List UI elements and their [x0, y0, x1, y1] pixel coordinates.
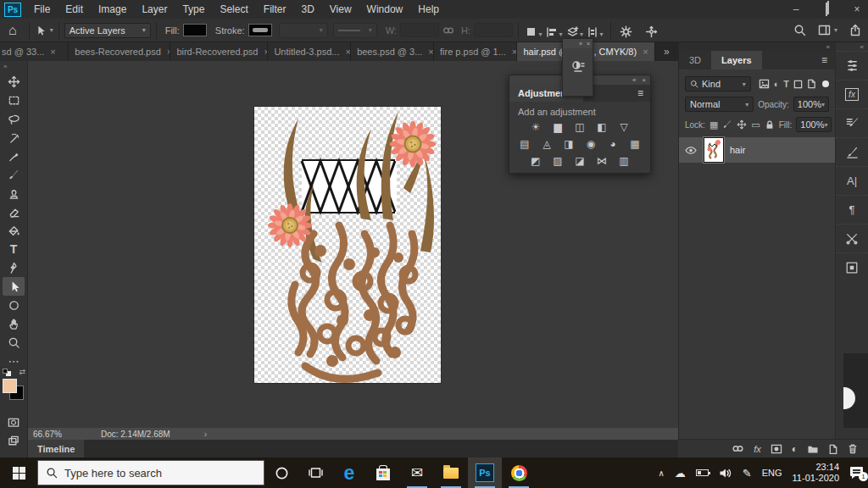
lock-image-pixels-icon[interactable] [722, 119, 732, 130]
close-icon[interactable]: × [50, 47, 55, 57]
3d-axis-icon[interactable] [642, 22, 662, 39]
gear-icon[interactable] [616, 22, 637, 39]
taskbar-search[interactable] [37, 460, 264, 485]
strip-collapse-icon[interactable]: « [860, 43, 864, 51]
filter-shape-icon[interactable] [793, 80, 803, 89]
layer-style-fx-icon[interactable]: fx [754, 444, 761, 454]
lock-artboard-icon[interactable]: ▭ [751, 119, 760, 130]
workspace-switcher-icon[interactable]: ▾ [818, 25, 837, 36]
brush-tool[interactable] [3, 165, 25, 184]
path-operations-icon[interactable]: ▾ [524, 22, 544, 39]
close-icon[interactable]: × [642, 76, 646, 84]
move-tool[interactable] [3, 72, 25, 91]
rectangular-marquee-tool[interactable] [3, 91, 25, 109]
new-adjustment-layer-icon[interactable]: ◐ [792, 443, 798, 455]
threshold-icon[interactable]: ◪ [574, 155, 587, 167]
tab-document-3[interactable]: bird-Recovered.psd× [170, 42, 268, 61]
filter-adjustment-icon[interactable]: ◐ [774, 79, 780, 89]
filter-type-icon[interactable]: T [783, 79, 789, 89]
layer-row[interactable]: hair [679, 137, 835, 163]
menu-file[interactable]: File [26, 0, 58, 19]
screen-mode-button[interactable] [3, 431, 25, 450]
zoom-tool[interactable] [3, 333, 25, 352]
select-mode-dropdown[interactable]: Active Layers ▾ [64, 23, 151, 38]
panel-menu-icon[interactable]: ≡ [814, 54, 835, 66]
menu-image[interactable]: Image [91, 0, 134, 19]
tab-document-5[interactable]: bees.psd @ 3...× [351, 42, 434, 61]
black-white-icon[interactable]: ◨ [563, 138, 576, 150]
paragraph-panel-icon[interactable]: ¶ [836, 195, 868, 224]
mail-button[interactable]: ✉ [400, 458, 434, 488]
search-input[interactable] [64, 467, 242, 480]
fill-input[interactable]: 100% ▾ [796, 117, 832, 132]
dock-collapse-icon[interactable]: » [826, 43, 830, 51]
hue-saturation-icon[interactable]: ▤ [519, 138, 531, 150]
opacity-input[interactable]: 100% ▾ [793, 97, 829, 112]
menu-type[interactable]: Type [175, 0, 212, 19]
brushes-panel-icon[interactable] [836, 137, 868, 166]
path-selection-tool[interactable] [3, 277, 25, 296]
gradient-map-icon[interactable]: ▥ [618, 155, 631, 167]
language-indicator[interactable]: ENG [762, 468, 782, 478]
minimize-button[interactable]: – [790, 3, 802, 15]
swap-colors-icon[interactable]: ⇄ [19, 368, 25, 376]
visibility-eye-icon[interactable] [684, 145, 698, 156]
quick-selection-tool[interactable] [3, 128, 25, 147]
layer-name[interactable]: hair [730, 145, 745, 155]
close-icon[interactable]: × [512, 47, 517, 57]
filter-smart-object-icon[interactable] [807, 79, 816, 89]
close-icon[interactable]: × [428, 47, 433, 57]
photoshop-taskbar-button[interactable]: Ps [468, 458, 502, 488]
add-layer-mask-icon[interactable] [771, 444, 782, 454]
quick-mask-button[interactable] [3, 413, 25, 431]
tab-document-2[interactable]: bees-Recovered.psd× [69, 42, 170, 61]
lock-position-icon[interactable] [737, 119, 747, 130]
start-button[interactable] [0, 458, 37, 488]
paint-bucket-tool[interactable] [3, 221, 25, 240]
toolbar-expand-button[interactable]: » [0, 61, 10, 72]
foreground-color-swatch[interactable] [3, 379, 17, 393]
fill-swatch[interactable] [183, 24, 207, 36]
stroke-width-dropdown[interactable]: ▾ [279, 23, 328, 38]
tool-cursor-icon[interactable]: ▾ [35, 25, 53, 36]
character-panel-icon[interactable]: A| [836, 166, 868, 195]
close-icon[interactable]: × [345, 47, 350, 57]
properties-panel-icon[interactable] [836, 51, 868, 80]
lock-transparent-pixels-icon[interactable]: ▦ [709, 119, 718, 130]
panel-collapse-icon[interactable]: « [632, 76, 636, 84]
tab-document-1[interactable]: sd @ 33...× [0, 42, 69, 61]
onedrive-cloud-icon[interactable]: ☁ [675, 467, 686, 480]
blend-mode-dropdown[interactable]: Normal ▾ [685, 97, 754, 112]
menu-view[interactable]: View [322, 0, 359, 19]
ellipse-shape-tool[interactable] [3, 296, 25, 314]
tool-presets-panel-icon[interactable] [836, 224, 868, 252]
photo-filter-icon[interactable]: ◉ [585, 138, 598, 150]
exposure-icon[interactable]: ◧ [596, 121, 609, 133]
color-lookup-icon[interactable]: ▦ [629, 138, 642, 150]
levels-icon[interactable]: ▆ [552, 121, 565, 133]
selective-color-icon[interactable]: ⋈ [596, 155, 609, 167]
posterize-icon[interactable]: ▨ [552, 155, 565, 167]
battery-icon[interactable] [696, 469, 709, 476]
width-input[interactable] [400, 23, 439, 37]
pen-icon[interactable]: ✎ [743, 467, 752, 480]
status-options-chevron[interactable]: › [170, 430, 207, 439]
task-view-button[interactable] [298, 458, 332, 488]
tray-expand-icon[interactable]: ∧ [658, 469, 664, 478]
collapsed-adjustments-icon[interactable] [563, 48, 593, 86]
close-icon[interactable]: × [587, 41, 590, 47]
tab-document-4[interactable]: Untitled-3.psd...× [268, 42, 351, 61]
menu-filter[interactable]: Filter [256, 0, 294, 19]
zoom-level[interactable]: 66.67% [28, 430, 70, 439]
menu-edit[interactable]: Edit [58, 0, 91, 19]
store-button[interactable] [366, 458, 400, 488]
cortana-button[interactable] [264, 458, 298, 488]
edge-button[interactable]: e [332, 458, 366, 488]
hand-tool[interactable] [3, 314, 25, 333]
search-icon[interactable] [793, 24, 806, 36]
canvas-document[interactable] [254, 107, 441, 383]
channel-mixer-icon[interactable]: ◕ [607, 138, 620, 150]
eraser-tool[interactable] [3, 202, 25, 221]
home-icon[interactable]: ⌂ [8, 23, 17, 38]
brush-settings-panel-icon[interactable] [836, 108, 868, 137]
